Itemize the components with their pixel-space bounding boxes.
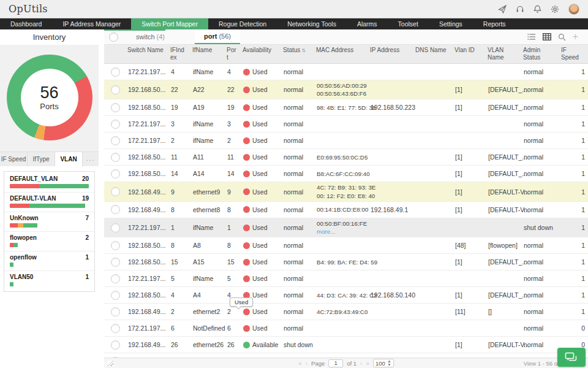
cell-vlan-name bbox=[485, 132, 521, 148]
table-row[interactable]: 172.21.197...5ifName5Usednormalnormal1 bbox=[104, 270, 588, 287]
cell-mac-address bbox=[314, 237, 368, 253]
paper-plane-icon[interactable] bbox=[498, 5, 507, 13]
table-row[interactable]: 192.168.50...4A44Usednormal44: D3: CA: 3… bbox=[104, 287, 588, 304]
table-row[interactable]: 192.168.50...11A1111UsednormalE0:69:95:5… bbox=[104, 149, 588, 166]
row-select-radio[interactable] bbox=[111, 241, 120, 250]
table-row[interactable]: 172.21.197...1ifName1Usednormal00:50:BF:… bbox=[104, 218, 588, 237]
column-header-availability[interactable]: Availability bbox=[240, 45, 281, 63]
row-select-radio[interactable] bbox=[111, 258, 120, 267]
vlan-list-item[interactable]: UnKnown7 bbox=[4, 212, 94, 232]
column-header-switch-name[interactable]: Switch Name bbox=[125, 45, 168, 63]
cell-dns-name bbox=[413, 287, 452, 303]
nav-item-toolset[interactable]: Toolset bbox=[388, 18, 429, 29]
nav-item-switch-port-mapper[interactable]: Switch Port Mapper bbox=[131, 18, 208, 29]
table-row[interactable]: 172.21.197...2ifName2Usednormalnormal1 bbox=[104, 132, 588, 149]
nav-item-reports[interactable]: Reports bbox=[473, 18, 516, 29]
cell-select bbox=[104, 202, 125, 218]
column-header-port[interactable]: Port bbox=[224, 45, 240, 63]
vlan-list-item[interactable]: DEFAULT-VLAN19 bbox=[4, 193, 94, 212]
port-mapper-main: switch (4) port (56) + Switch N bbox=[104, 29, 588, 368]
vlan-list-item[interactable]: DEFAULT_VLAN20 bbox=[4, 173, 94, 193]
table-row[interactable]: 172.21.197...4ifName4Usednormalnormal1 bbox=[104, 64, 588, 80]
chat-support-button[interactable] bbox=[557, 348, 586, 367]
row-select-radio[interactable] bbox=[111, 120, 120, 129]
column-header-status[interactable]: Status⇅ bbox=[281, 45, 314, 63]
row-select-radio[interactable] bbox=[111, 136, 120, 145]
column-header-select[interactable] bbox=[104, 45, 125, 63]
nav-item-dashboard[interactable]: Dashboard bbox=[0, 18, 52, 29]
row-select-radio[interactable] bbox=[111, 67, 120, 77]
row-select-radio[interactable] bbox=[111, 85, 120, 94]
vlan-list-item[interactable]: VLAN501 bbox=[4, 271, 94, 290]
column-header-ip-address[interactable]: IP Address bbox=[368, 45, 413, 63]
column-header-vlan-name[interactable]: VLAN Name bbox=[485, 45, 521, 63]
table-row[interactable]: 192.168.50...8A88Usednormal[48][flowopen… bbox=[104, 237, 588, 254]
resize-grip-icon[interactable] bbox=[108, 361, 113, 366]
row-select-radio[interactable] bbox=[111, 169, 120, 178]
search-icon[interactable] bbox=[558, 33, 566, 41]
table-row[interactable]: 192.168.50...15A1515UsednormalB4: 99: BA… bbox=[104, 254, 588, 270]
table-row[interactable]: 192.168.49...9ethernet99Usednormal4C: 72… bbox=[104, 182, 588, 201]
cell-if-speed: 1 bbox=[559, 202, 588, 218]
grid-view-icon[interactable] bbox=[543, 33, 551, 40]
more-link[interactable]: more... bbox=[317, 228, 336, 236]
headset-icon[interactable] bbox=[516, 5, 524, 13]
sidebar-tab-iftype[interactable]: IfType bbox=[28, 152, 55, 166]
vlan-list-item[interactable]: flowopen2 bbox=[4, 232, 94, 251]
table-row[interactable]: 192.168.50...14A1414UsednormalB8:AC:6F:C… bbox=[104, 166, 588, 182]
cell-switch-name: 172.21.197... bbox=[125, 116, 168, 132]
column-header-ifindex[interactable]: IFIndex bbox=[168, 45, 190, 63]
vlan-list-item[interactable]: openflow1 bbox=[4, 251, 94, 271]
row-select-radio[interactable] bbox=[111, 153, 120, 162]
bell-icon[interactable] bbox=[533, 5, 541, 13]
user-avatar[interactable] bbox=[568, 4, 579, 15]
row-select-radio[interactable] bbox=[111, 103, 120, 112]
first-page-icon[interactable]: « bbox=[298, 360, 302, 367]
table-row[interactable]: 192.168.49...2ethernet22Usednormal4C:72:… bbox=[104, 304, 588, 320]
row-select-radio[interactable] bbox=[111, 340, 120, 350]
row-select-radio[interactable] bbox=[111, 205, 120, 214]
nav-item-alarms[interactable]: Alarms bbox=[347, 18, 388, 29]
column-header-if-speed[interactable]: IF Speed bbox=[559, 45, 588, 63]
cell-ifname: A14 bbox=[190, 166, 224, 182]
row-select-radio[interactable] bbox=[111, 307, 120, 316]
table-row[interactable]: 192.168.49...25ethernet2525Availableshut… bbox=[104, 353, 588, 358]
gear-icon[interactable] bbox=[551, 5, 559, 13]
sidebar-tabs-more-icon[interactable]: ... bbox=[83, 152, 99, 166]
nav-item-rogue-detection[interactable]: Rogue Detection bbox=[208, 18, 277, 29]
row-select-radio[interactable] bbox=[111, 223, 120, 232]
row-select-radio[interactable] bbox=[111, 324, 120, 333]
table-row[interactable]: 172.21.197...3ifName3Usednormalnormal1 bbox=[104, 116, 588, 132]
nav-item-ip-address-manager[interactable]: IP Address Manager bbox=[52, 18, 131, 29]
cell-vlan-id: [1] bbox=[452, 149, 485, 165]
sidebar-tab-if-speed[interactable]: IF Speed bbox=[0, 152, 28, 166]
page-size-select[interactable]: 100 ▲▼ bbox=[373, 359, 394, 367]
table-row[interactable]: 192.168.49...8ethernet88Usednormal00:14:… bbox=[104, 202, 588, 218]
nav-item-settings[interactable]: Settings bbox=[429, 18, 473, 29]
column-header-vlan-id[interactable]: Vlan ID bbox=[452, 45, 485, 63]
next-page-icon[interactable]: › bbox=[360, 360, 362, 367]
page-input[interactable] bbox=[328, 359, 343, 367]
list-view-icon[interactable] bbox=[527, 33, 536, 40]
table-row[interactable]: 192.168.50...22A2222Usednormal00:50:56:A… bbox=[104, 80, 588, 99]
table-row[interactable]: 192.168.49...26ethernet2626Availableshut… bbox=[104, 337, 588, 353]
tab-switch[interactable]: switch (4) bbox=[127, 29, 174, 44]
row-select-radio[interactable] bbox=[111, 291, 120, 300]
prev-page-icon[interactable]: ‹ bbox=[306, 360, 307, 367]
availability-label: Used bbox=[252, 188, 268, 196]
table-row[interactable]: 172.21.197...6NotDefined6Usednormalnorma… bbox=[104, 320, 588, 337]
cell-port: 1 bbox=[224, 218, 240, 237]
column-header-ifname[interactable]: IfName bbox=[190, 45, 224, 63]
column-header-admin-status[interactable]: Admin Status bbox=[521, 45, 559, 63]
select-all-radio[interactable] bbox=[109, 33, 118, 42]
column-header-mac-address[interactable]: MAC Address bbox=[314, 45, 368, 63]
sidebar-tab-vlan[interactable]: VLAN bbox=[55, 152, 83, 166]
add-icon[interactable]: + bbox=[573, 32, 578, 42]
column-header-dns-name[interactable]: DNS Name bbox=[413, 45, 452, 63]
tab-port[interactable]: port (56) bbox=[195, 29, 240, 44]
table-row[interactable]: 192.168.50...19A1919Usednormal98: 4B: E1… bbox=[104, 99, 588, 116]
row-select-radio[interactable] bbox=[111, 274, 120, 283]
nav-item-networking-tools[interactable]: Networking Tools bbox=[277, 18, 347, 29]
row-select-radio[interactable] bbox=[111, 187, 120, 196]
last-page-icon[interactable]: » bbox=[366, 360, 369, 367]
